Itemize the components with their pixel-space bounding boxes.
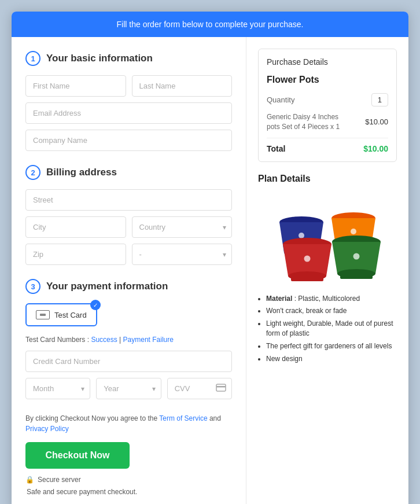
feature-item: The perfect gift for gardeners of all le…: [266, 341, 397, 351]
cc-number-input[interactable]: [25, 351, 232, 372]
card-label: Test Card: [54, 311, 87, 319]
right-panel: Purchase Details Flower Pots Quantity 1 …: [246, 37, 408, 504]
month-select[interactable]: Month January February March April May J…: [25, 378, 90, 399]
country-wrapper: Country United States United Kingdom Can…: [132, 216, 233, 238]
divider: [267, 138, 388, 138]
email-input[interactable]: [25, 102, 232, 124]
privacy-policy-link[interactable]: Privacy Policy: [25, 425, 69, 433]
safe-text: Safe and secure payment checkout.: [27, 488, 137, 496]
test-card-success-link[interactable]: Success: [91, 336, 117, 344]
quantity-row: Quantity 1: [267, 93, 388, 106]
city-input[interactable]: [25, 216, 126, 238]
zip-state-row: - Alabama Alaska Arizona: [25, 244, 232, 265]
street-row: [25, 189, 232, 211]
quantity-value: 1: [371, 93, 388, 106]
test-card-prefix: Test Card Numbers :: [25, 336, 91, 344]
svg-rect-0: [216, 384, 226, 391]
section-billing: 2 Billing address Country United: [25, 165, 232, 265]
year-select[interactable]: Year 2024 2025 2026 2027 2028 2029 2030: [96, 378, 161, 399]
section2-title: Billing address: [46, 167, 117, 178]
last-name-input[interactable]: [132, 75, 233, 97]
zip-input[interactable]: [25, 244, 126, 265]
product-name: Flower Pots: [267, 75, 388, 85]
feature-item: Won't crack, break or fade: [266, 306, 397, 316]
product-desc-row: Generic Daisy 4 Inches pots Set of 4 Pie…: [267, 112, 388, 132]
product-price: $10.00: [365, 117, 388, 126]
card-icon-inner: [40, 314, 46, 316]
feature-item: Light weight, Durable, Made out of pures…: [266, 319, 397, 339]
city-country-row: Country United States United Kingdom Can…: [25, 216, 232, 238]
year-wrapper: Year 2024 2025 2026 2027 2028 2029 2030: [96, 378, 161, 399]
purchase-details-title: Purchase Details: [267, 57, 388, 67]
lock-icon: 🔒: [25, 476, 34, 484]
company-field: [25, 130, 232, 151]
email-field: [25, 102, 232, 124]
plan-details: Plan Details: [258, 174, 397, 364]
svg-rect-16: [340, 274, 373, 279]
cvv-wrapper: [167, 378, 232, 399]
svg-point-5: [299, 233, 304, 238]
cc-number-row: [25, 351, 232, 372]
checkout-button[interactable]: Checkout Now: [25, 442, 130, 469]
section-basic-info: 1 Your basic information: [25, 51, 232, 151]
state-select[interactable]: - Alabama Alaska Arizona: [132, 244, 233, 265]
street-input[interactable]: [25, 189, 232, 211]
secure-row: 🔒 Secure server: [25, 476, 232, 484]
svg-rect-1: [216, 386, 226, 388]
section3-title: Your payment information: [46, 281, 168, 292]
terms-conjunction: and: [208, 414, 221, 422]
svg-rect-12: [291, 276, 323, 281]
safe-text-wrapper: Safe and secure payment checkout.: [25, 486, 232, 496]
terms-prefix: By clicking Checkout Now you agree to th…: [25, 414, 159, 422]
name-row: [25, 75, 232, 97]
total-label: Total: [267, 144, 285, 153]
company-input[interactable]: [25, 130, 232, 151]
state-wrapper: - Alabama Alaska Arizona: [132, 244, 233, 265]
left-panel: 1 Your basic information: [12, 37, 246, 504]
first-name-input[interactable]: [25, 75, 126, 97]
product-desc: Generic Daisy 4 Inches pots Set of 4 Pie…: [267, 112, 348, 132]
section2-number: 2: [25, 165, 40, 180]
city-field: [25, 216, 126, 238]
test-card-separator: |: [117, 336, 123, 344]
top-banner: Fill the order form below to complete yo…: [12, 12, 408, 37]
terms-of-service-link[interactable]: Term of Service: [159, 414, 207, 422]
checkout-page: Fill the order form below to complete yo…: [12, 12, 408, 504]
total-price: $10.00: [363, 144, 388, 153]
terms-text: By clicking Checkout Now you agree to th…: [25, 413, 232, 434]
company-row: [25, 130, 232, 151]
pots-image: [258, 192, 397, 285]
svg-point-17: [353, 253, 360, 259]
section2-header: 2 Billing address: [25, 165, 232, 180]
section1-number: 1: [25, 51, 40, 66]
features-list: Material : Plastic, MulticoloredWon't cr…: [258, 294, 397, 364]
feature-item: Material : Plastic, Multicolored: [266, 294, 397, 304]
email-row: [25, 102, 232, 124]
street-field: [25, 189, 232, 211]
month-wrapper: Month January February March April May J…: [25, 378, 90, 399]
section1-title: Your basic information: [46, 53, 153, 64]
cc-number-field: [25, 351, 232, 372]
country-select[interactable]: Country United States United Kingdom Can…: [132, 216, 233, 238]
last-name-field: [132, 75, 233, 97]
cvv-card-icon: [216, 384, 226, 394]
svg-point-9: [351, 229, 356, 234]
quantity-label: Quantity: [267, 95, 294, 104]
banner-text: Fill the order form below to complete yo…: [117, 20, 304, 29]
section1-header: 1 Your basic information: [25, 51, 232, 66]
section3-number: 3: [25, 279, 40, 294]
svg-point-13: [304, 255, 311, 262]
section3-header: 3 Your payment information: [25, 279, 232, 294]
month-year-cvv-row: Month January February March April May J…: [25, 378, 232, 399]
first-name-field: [25, 75, 126, 97]
test-card-note: Test Card Numbers : Success | Payment Fa…: [25, 336, 232, 344]
test-card-failure-link[interactable]: Payment Failure: [123, 336, 174, 344]
secure-label: Secure server: [38, 476, 81, 484]
purchase-details-box: Purchase Details Flower Pots Quantity 1 …: [258, 49, 397, 162]
main-content: 1 Your basic information: [12, 37, 408, 504]
feature-item: New design: [266, 354, 397, 364]
zip-field: [25, 244, 126, 265]
card-check-icon: ✓: [90, 300, 101, 310]
plan-details-title: Plan Details: [258, 174, 397, 184]
card-option[interactable]: Test Card ✓: [25, 303, 97, 326]
